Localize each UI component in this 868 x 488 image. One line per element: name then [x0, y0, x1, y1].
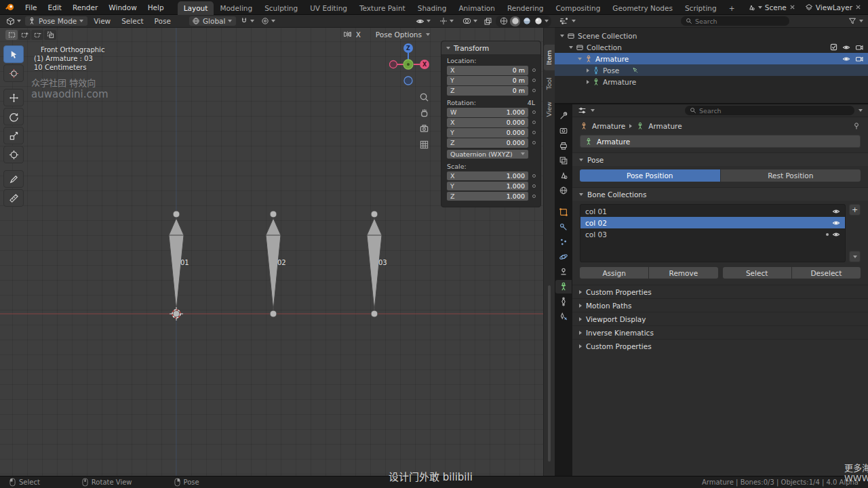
checkbox-icon[interactable]: [830, 43, 837, 51]
bone-collections-specials-button[interactable]: [849, 251, 861, 262]
panel-viewport-display[interactable]: Viewport Display: [572, 312, 868, 325]
chevron-down-icon[interactable]: [859, 109, 863, 112]
list-item-col-01[interactable]: col 01: [580, 205, 845, 217]
tool-measure[interactable]: [3, 189, 24, 207]
tab-texture-paint[interactable]: Texture Paint: [353, 1, 412, 15]
location-z-field[interactable]: Z0 m: [447, 86, 528, 96]
panel-custom-properties-1[interactable]: Custom Properties: [572, 285, 868, 298]
tool-transform[interactable]: [3, 146, 24, 163]
navigation-gizmo[interactable]: Z X: [389, 39, 433, 92]
menu-edit[interactable]: Edit: [43, 0, 67, 14]
bone-collections-panel-header[interactable]: Bone Collections: [572, 187, 868, 201]
pose-options-label[interactable]: Pose Options: [376, 30, 422, 39]
properties-editor-icon[interactable]: [578, 106, 587, 115]
decorator-icon[interactable]: [530, 121, 537, 124]
location-x-field[interactable]: X0 m: [447, 66, 528, 75]
menu-window[interactable]: Window: [103, 0, 142, 14]
transform-panel-header[interactable]: Transform: [441, 41, 540, 54]
armature-name-field[interactable]: Armature: [580, 135, 861, 148]
rotation-badge[interactable]: 4L: [528, 99, 535, 106]
tab-constraints-icon[interactable]: [555, 265, 572, 279]
decorator-icon[interactable]: [530, 89, 537, 92]
breadcrumb-data[interactable]: Armature: [648, 122, 682, 130]
mode-dropdown[interactable]: Pose Mode: [25, 16, 87, 26]
perspective-toggle-icon[interactable]: [418, 138, 430, 150]
scene-selector[interactable]: Scene: [747, 3, 795, 12]
tab-object-data-icon[interactable]: [555, 280, 572, 293]
decorator-icon[interactable]: [530, 174, 537, 178]
decorator-icon[interactable]: [530, 131, 537, 134]
expand-icon[interactable]: [560, 35, 564, 37]
tree-row-collection[interactable]: Collection: [555, 41, 868, 53]
tab-bone-constraints-icon[interactable]: [555, 310, 572, 323]
tab-layout[interactable]: Layout: [178, 1, 214, 15]
tab-compositing[interactable]: Compositing: [550, 1, 607, 15]
snap-toggle[interactable]: [237, 16, 257, 26]
breadcrumb-object[interactable]: Armature: [592, 122, 625, 130]
outliner-editor-icon[interactable]: [559, 17, 568, 25]
add-workspace-button[interactable]: +: [723, 1, 741, 15]
tool-move[interactable]: [3, 89, 24, 106]
eye-icon[interactable]: [832, 230, 840, 239]
tab-output-icon[interactable]: [555, 139, 572, 152]
eye-icon[interactable]: [842, 55, 850, 63]
rotation-z-field[interactable]: Z0.000: [447, 138, 528, 148]
tab-object-icon[interactable]: [555, 205, 572, 219]
tab-uv-editing[interactable]: UV Editing: [304, 1, 353, 15]
outliner-search[interactable]: [681, 16, 789, 26]
select-mode-extend-icon[interactable]: [18, 30, 31, 40]
sidebar-tab-tool[interactable]: Tool: [544, 72, 555, 95]
pan-hand-icon[interactable]: [418, 106, 430, 119]
tree-row-armature-object[interactable]: Armature: [555, 53, 868, 64]
decorator-icon[interactable]: [530, 79, 537, 82]
gizmo-x-neg-axis[interactable]: [390, 61, 397, 68]
sidebar-tab-item[interactable]: Item: [544, 45, 555, 70]
tab-scripting[interactable]: Scripting: [679, 1, 723, 15]
properties-search-input[interactable]: [699, 107, 850, 115]
tab-rendering[interactable]: Rendering: [501, 1, 550, 15]
tab-physics-icon[interactable]: [555, 250, 572, 264]
chevron-down-icon[interactable]: [859, 20, 863, 22]
rotation-y-field[interactable]: Y0.000: [447, 128, 528, 138]
outliner-search-input[interactable]: [695, 18, 785, 25]
viewlayer-selector[interactable]: ViewLayer: [805, 3, 861, 12]
xray-toggle-icon[interactable]: [484, 17, 492, 26]
expand-icon[interactable]: [587, 80, 589, 84]
tab-geometry-nodes[interactable]: Geometry Nodes: [606, 1, 679, 15]
select-button[interactable]: Select: [723, 267, 791, 279]
menu-render[interactable]: Render: [67, 0, 103, 14]
tab-sculpting[interactable]: Sculpting: [258, 1, 304, 15]
tab-shading[interactable]: Shading: [412, 1, 453, 15]
orientation-dropdown[interactable]: Global: [189, 16, 237, 26]
unlink-scene-icon[interactable]: [789, 4, 795, 10]
overlays-dropdown[interactable]: [460, 16, 480, 26]
rotation-w-field[interactable]: W1.000: [447, 108, 528, 117]
menu-help[interactable]: Help: [142, 0, 170, 14]
filter-icon[interactable]: [848, 17, 856, 25]
pose-position-button[interactable]: Pose Position: [580, 169, 720, 182]
scale-x-field[interactable]: X1.000: [447, 171, 528, 181]
panel-motion-paths[interactable]: Motion Paths: [572, 298, 868, 312]
panel-custom-properties-2[interactable]: Custom Properties: [572, 339, 868, 352]
tool-select-box[interactable]: [3, 45, 24, 63]
editor-type-button[interactable]: [3, 16, 24, 26]
blender-logo-icon[interactable]: [0, 2, 20, 12]
menu-view[interactable]: View: [89, 17, 115, 25]
remove-button[interactable]: Remove: [649, 267, 717, 279]
gizmo-z-neg-axis[interactable]: [404, 77, 412, 85]
assign-button[interactable]: Assign: [580, 267, 648, 279]
expand-icon[interactable]: [578, 58, 582, 60]
rotation-mode-dropdown[interactable]: Quaternion (WXYZ): [447, 150, 528, 159]
expand-icon[interactable]: [587, 68, 589, 73]
pin-icon[interactable]: [852, 122, 861, 130]
tool-scale[interactable]: [3, 127, 24, 144]
visibility-dropdown[interactable]: [413, 16, 433, 26]
sidebar-tab-view[interactable]: View: [544, 96, 555, 123]
tab-view-layer-icon[interactable]: [555, 154, 572, 167]
menu-file[interactable]: File: [20, 0, 43, 14]
list-item-col-03[interactable]: col 03: [580, 228, 845, 240]
shading-solid-icon[interactable]: [510, 16, 520, 26]
expand-icon[interactable]: [569, 46, 573, 49]
gizmos-dropdown[interactable]: [437, 16, 456, 26]
chevron-down-icon[interactable]: [572, 20, 576, 22]
